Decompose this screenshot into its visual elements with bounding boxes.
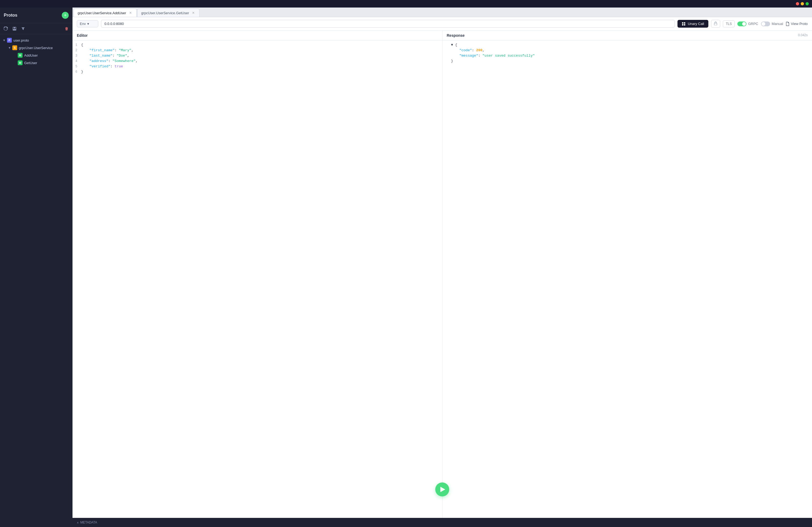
svg-rect-6 [684,24,685,26]
sidebar-header: Protos + [0,7,73,23]
tab-adduser[interactable]: grpcUser.UserService.AddUser ✕ [74,9,137,17]
svg-rect-2 [13,29,16,30]
play-button-container [435,482,449,496]
response-label: Response [447,33,465,37]
tls-label: TLS [726,22,732,26]
tab-getuser-label: grpcUser.UserService.GetUser [141,11,189,15]
grpc-label: GRPC [748,22,758,26]
getuser-badge: M [18,60,23,65]
lock-icon-svg [714,21,717,25]
tree-arrow-service: ▼ [8,46,12,49]
sidebar-tree: ▼ P user.proto ▼ S grpcUser.UserService … [0,34,73,527]
manual-toggle[interactable] [761,21,770,26]
filter-icon [21,27,25,31]
svg-rect-3 [682,22,683,24]
refresh-button[interactable] [3,26,9,32]
response-pane: Response ▼ { "code": 200, [443,31,812,518]
service-label: grpcUser.UserService [19,46,53,50]
grpc-toggle-group: GRPC [737,21,758,26]
svg-rect-4 [684,22,685,24]
svg-rect-7 [714,23,717,25]
tab-getuser-close[interactable]: ✕ [191,11,195,15]
proto-badge: P [7,38,12,43]
response-time: 0.042s [798,33,808,37]
tab-getuser[interactable]: grpcUser.UserService.GetUser ✕ [137,9,200,17]
window-controls [796,2,809,5]
sidebar-toolbar [0,23,73,34]
env-select[interactable]: Env ▾ [77,20,98,27]
add-proto-button[interactable]: + [62,12,69,19]
manual-label: Manual [772,22,783,26]
request-toolbar: Env ▾ Unary Call TLS [73,17,812,31]
unary-call-button[interactable]: Unary Call [678,20,708,28]
sidebar-item-adduser[interactable]: ▶ M AddUser [11,51,73,59]
tab-adduser-close[interactable]: ✕ [128,11,133,15]
grpc-toggle[interactable] [737,21,746,26]
lock-button[interactable] [711,20,720,28]
svg-rect-5 [682,24,683,26]
response-line-1: ▼ { [443,43,812,48]
view-proto-button[interactable]: View Proto [786,22,808,26]
split-pane: Editor 1 { 2 "first_name": "Mary", [73,31,812,518]
sidebar-title: Protos [4,13,17,18]
minimize-dot[interactable] [801,2,804,5]
getuser-label: GetUser [24,61,37,65]
response-line-4: } [443,59,812,64]
split-pane-wrapper: Editor 1 { 2 "first_name": "Mary", [73,31,812,518]
view-proto-label: View Proto [791,22,808,26]
tree-arrow-proto: ▼ [3,39,6,42]
editor-line-3: 3 "last_name": "Doe", [73,54,442,59]
delete-icon [64,27,69,31]
env-chevron-icon: ▾ [87,22,89,26]
app-body: Protos + [0,7,812,527]
save-button[interactable] [11,26,18,32]
sidebar-item-user-proto[interactable]: ▼ P user.proto [0,36,73,44]
adduser-label: AddUser [24,54,38,57]
editor-line-6: 6 } [73,70,442,75]
svg-rect-1 [14,27,15,28]
title-bar [0,0,812,7]
unary-call-label: Unary Call [688,22,704,26]
adduser-badge: M [18,53,23,58]
sidebar: Protos + [0,7,73,527]
editor-header: Editor [73,31,442,41]
editor-line-1: 1 { [73,43,442,48]
sidebar-item-user-service[interactable]: ▼ S grpcUser.UserService [5,44,73,51]
close-dot[interactable] [796,2,799,5]
response-header: Response [443,31,812,41]
delete-button[interactable] [63,26,70,32]
metadata-label: METADATA [80,521,97,524]
save-icon [12,27,17,31]
refresh-icon [4,27,8,31]
main-area: grpcUser.UserService.AddUser ✕ grpcUser.… [73,7,812,527]
metadata-chevron-icon: ∧ [77,521,79,524]
manual-toggle-group: Manual [761,21,783,26]
editor-line-2: 2 "first_name": "Mary", [73,48,442,54]
service-badge: S [12,45,17,50]
maximize-dot[interactable] [806,2,809,5]
grid-icon [682,22,685,26]
editor-line-4: 4 "address": "Somewhere", [73,59,442,64]
response-line-2: "code": 200, [443,48,812,54]
tab-adduser-label: grpcUser.UserService.AddUser [77,11,126,15]
editor-line-5: 5 "verified": true [73,64,442,70]
play-icon [440,487,445,492]
tls-button[interactable]: TLS [723,20,735,27]
sidebar-item-getuser[interactable]: ▶ M GetUser [11,59,73,66]
execute-button[interactable] [435,482,449,496]
response-content: ▼ { "code": 200, "message": "user [443,41,812,518]
response-line-3: "message": "user saved successfully" [443,54,812,59]
url-input[interactable] [101,20,675,28]
editor-content[interactable]: 1 { 2 "first_name": "Mary", 3 [73,41,442,518]
editor-pane: Editor 1 { 2 "first_name": "Mary", [73,31,442,518]
toolbar-right: GRPC Manual View Proto [737,21,808,26]
tabs-bar: grpcUser.UserService.AddUser ✕ grpcUser.… [73,7,812,17]
tree-children-proto: ▼ S grpcUser.UserService ▶ M AddUser ▶ M… [0,44,73,66]
file-icon [786,22,789,26]
proto-label: user.proto [13,39,29,42]
filter-button[interactable] [20,26,26,32]
metadata-bar[interactable]: ∧ METADATA [73,518,812,527]
env-label: Env [80,22,86,26]
tree-children-service: ▶ M AddUser ▶ M GetUser [5,51,73,66]
